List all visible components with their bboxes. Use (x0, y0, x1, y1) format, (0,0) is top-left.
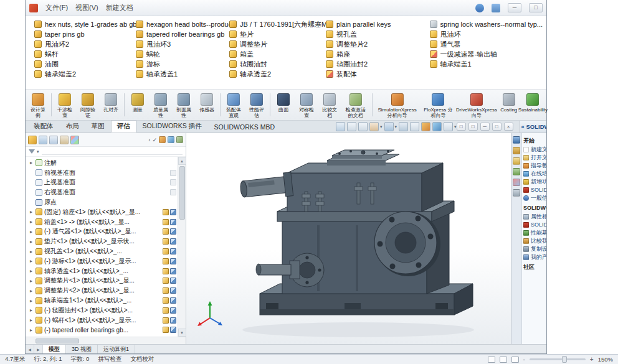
zoom-fit-icon[interactable] (336, 122, 345, 131)
configurationmanager-tab-icon[interactable] (60, 136, 69, 144)
expand-icon[interactable]: ▸ (29, 219, 34, 225)
display-state-icon[interactable] (163, 278, 169, 284)
menu-new-document[interactable]: 新建文档 (106, 3, 133, 12)
tab-solidworks-mbd[interactable]: SOLIDWORKS MBD (208, 121, 281, 133)
tree-item-front-plane[interactable]: 前视基准面 (26, 168, 178, 178)
edit-appearance-icon[interactable] (421, 122, 430, 131)
recent-file-item[interactable]: 轴承端盖1 (430, 59, 543, 69)
appearance-state-icon[interactable] (170, 209, 176, 215)
recent-file-item[interactable]: JB / T 1760-1991[六角螺塞M10×1... (229, 19, 326, 29)
expand-icon[interactable]: ▸ (29, 327, 34, 333)
window-maximize-button[interactable]: □ (529, 3, 543, 12)
tree-horizontal-scrollbar[interactable] (26, 337, 186, 344)
check-active-document-button[interactable]: 检查激活的文档 (341, 91, 370, 119)
displaymanager-tab-icon[interactable] (70, 136, 79, 144)
view-orientation-icon[interactable] (384, 122, 394, 131)
appearance-state-icon[interactable] (170, 219, 176, 225)
tree-item-component[interactable]: ▸调整垫片<2> (默认<<默认>_显... (26, 286, 178, 296)
property-tab-builder-link[interactable]: 属性标签编制程序 (523, 213, 546, 221)
recent-file-item[interactable]: 蜗轮 (136, 49, 229, 59)
tab-scroll-right-button[interactable]: ▶ (34, 345, 43, 353)
display-state-icon[interactable] (163, 248, 169, 254)
appearance-state-icon[interactable] (170, 307, 176, 314)
hole-alignment-button[interactable]: 孔对齐 (100, 91, 122, 119)
display-pane-toggle-icon[interactable] (176, 136, 183, 143)
appearance-mini-icon[interactable] (159, 136, 166, 143)
tree-item-component[interactable]: ▸(-) 游标<1> (默认<<默认>_显示... (26, 256, 178, 266)
file-explorer-tab-icon[interactable] (513, 157, 520, 165)
window-minimize-button[interactable]: ─ (508, 3, 521, 12)
appearance-state-icon[interactable] (170, 268, 176, 274)
tree-item-component[interactable]: ▸(-) tapered roller bearings gb... (26, 325, 178, 335)
appearances-tab-icon[interactable] (513, 179, 520, 186)
tree-item-component[interactable]: ▸调整垫片<1> (默认<<默认>_显... (26, 276, 178, 286)
compare-scores-link[interactable]: 比较我的分数 (523, 237, 546, 245)
fullscreen-view-button[interactable] (500, 357, 507, 363)
display-state-icon[interactable] (163, 327, 169, 333)
recent-file-item[interactable]: 毡圈油封2 (326, 59, 430, 69)
display-state-icon[interactable] (170, 179, 176, 185)
performance-benchmark-link[interactable]: 性能基准测试 (523, 229, 546, 237)
recent-file-item[interactable]: 甩油环 (430, 29, 543, 39)
model-tab[interactable]: 模型 (43, 345, 66, 353)
display-state-icon[interactable] (163, 287, 169, 294)
menu-file[interactable]: 文件(F) (45, 3, 68, 12)
tree-item-component[interactable]: ▸(-) 通气器<1> (默认<<默认>_显... (26, 227, 178, 237)
recent-file-item[interactable]: 调整垫片 (229, 39, 326, 49)
measure-button[interactable]: 测量 (126, 91, 149, 119)
curvature-button[interactable]: 曲面 (272, 91, 295, 119)
compare-documents-button[interactable]: 比较文档 (318, 91, 341, 119)
doc-new-window-button[interactable]: □ (457, 123, 466, 131)
expand-icon[interactable]: ▸ (29, 307, 34, 313)
options-icon[interactable] (492, 4, 500, 12)
tree-vertical-scrollbar[interactable]: ▲ ▼ (178, 157, 186, 337)
recent-file-item[interactable]: 蜗杆 (34, 49, 136, 59)
copy-settings-wizard-link[interactable]: 复制设置向导 (523, 245, 546, 253)
open-document-link[interactable]: 打开文档 (523, 154, 546, 162)
recent-file-item[interactable]: 调整垫片2 (326, 39, 430, 49)
recent-file-item[interactable]: spring lock washers--normal typ... (430, 19, 543, 29)
scroll-thumb[interactable] (179, 166, 185, 220)
recent-file-item[interactable]: 油圈 (34, 59, 136, 69)
display-state-icon[interactable] (163, 258, 169, 264)
tree-item-annotations[interactable]: ▸注解 (26, 158, 178, 168)
scene-mini-icon[interactable] (168, 136, 174, 143)
section-properties-button[interactable]: 剖面属性 (173, 91, 195, 119)
tree-item-origin[interactable]: 原点 (26, 197, 178, 207)
recent-file-item[interactable]: 箱座 (326, 49, 430, 59)
general-info-link[interactable]: 一般信息 (523, 194, 546, 202)
recent-file-item[interactable]: 甩油环2 (34, 39, 136, 49)
appearance-state-icon[interactable] (170, 238, 176, 245)
dropdown-caret-icon[interactable]: ▾ (380, 124, 383, 129)
recent-file-item[interactable]: taper pins gb (34, 29, 136, 39)
expand-icon[interactable]: ▸ (29, 258, 34, 264)
expand-icon[interactable]: ▸ (29, 209, 34, 215)
expand-icon[interactable]: ▸ (29, 298, 34, 304)
tree-item-component[interactable]: ▸垫片<1> (默认<<默认>_显示状... (26, 236, 178, 246)
appearance-state-icon[interactable] (170, 278, 176, 284)
expand-icon[interactable]: ▸ (29, 278, 34, 284)
view-palette-tab-icon[interactable] (513, 168, 520, 175)
appearance-state-icon[interactable] (170, 258, 176, 264)
recent-file-item[interactable]: 轴承透盖1 (136, 69, 229, 79)
appearance-state-icon[interactable] (170, 327, 176, 333)
display-state-icon[interactable] (170, 170, 176, 176)
gearbox-model[interactable] (222, 137, 497, 343)
doc-restore-button[interactable]: □ (492, 123, 502, 131)
menu-view[interactable]: 视图(V) (75, 3, 98, 12)
tree-item-right-plane[interactable]: 右视基准面 (26, 187, 178, 197)
filter-caret-icon[interactable]: ▾ (37, 149, 39, 154)
appearance-state-icon[interactable] (170, 287, 176, 294)
propertymanager-tab-icon[interactable] (49, 136, 58, 144)
zoom-slider-thumb[interactable] (562, 356, 567, 363)
featuremanager-tab-icon[interactable] (39, 136, 47, 144)
tree-item-component[interactable]: ▸(-) 毡圈油封<1> (默认<<默认>... (26, 306, 178, 315)
apply-scene-icon[interactable] (432, 122, 442, 131)
resources-tab-icon[interactable] (513, 136, 520, 144)
display-state-icon[interactable] (163, 317, 169, 324)
tab-assembly[interactable]: 装配体 (27, 120, 60, 133)
display-style-icon[interactable] (399, 122, 408, 131)
task-pane-header[interactable]: « SOLIDWORKS 资源 (520, 121, 546, 133)
zoom-out-button[interactable]: - (523, 356, 525, 363)
appearance-state-icon[interactable] (170, 317, 176, 324)
